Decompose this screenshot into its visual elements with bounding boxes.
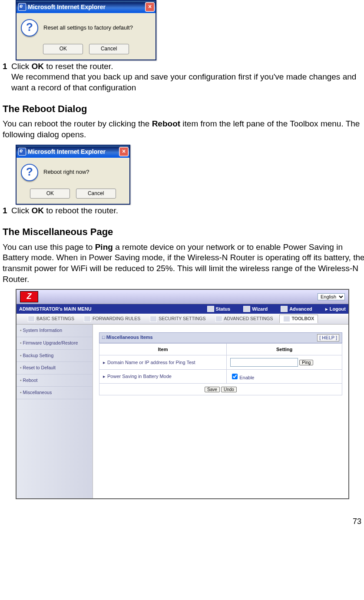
router-tabbar: BASIC SETTINGS FORWARDING RULES SECURITY… xyxy=(17,314,348,325)
misc-table: Item Setting ▸Domain Name or IP address … xyxy=(99,343,342,396)
dialog-buttons: OK Cancel xyxy=(17,40,156,60)
reboot-heading: The Reboot Dialog xyxy=(3,103,364,116)
nav-advanced[interactable]: Advanced xyxy=(281,306,312,312)
sidebar-item-firmware[interactable]: Firmware Upgrade/Restore xyxy=(17,337,93,350)
router-main: System Information Firmware Upgrade/Rest… xyxy=(17,325,348,498)
nav-wizard[interactable]: Wizard xyxy=(243,306,268,312)
advanced-settings-icon xyxy=(215,316,222,322)
tab-forwarding[interactable]: FORWARDING RULES xyxy=(80,315,144,323)
forwarding-icon xyxy=(84,316,91,322)
step-number: 1 xyxy=(3,61,11,93)
page-number: 73 xyxy=(3,517,364,527)
row-ping-setting: Ping xyxy=(227,355,342,369)
admin-menu-title: ADMINISTRATOR's MAIN MENU xyxy=(19,306,194,312)
ping-input[interactable] xyxy=(230,358,298,367)
security-icon xyxy=(150,316,157,322)
step-1: 1 Click OK to reset the router. We recom… xyxy=(3,61,364,93)
router-sidebar: System Information Firmware Upgrade/Rest… xyxy=(17,325,93,498)
enable-checkbox[interactable] xyxy=(232,374,238,379)
tab-security[interactable]: SECURITY SETTINGS xyxy=(146,315,209,323)
ok-button[interactable]: OK xyxy=(43,44,83,54)
col-setting: Setting xyxy=(227,343,342,355)
ok-button[interactable]: OK xyxy=(30,189,70,199)
nav-logout[interactable]: ▸ Logout xyxy=(325,306,346,312)
step-number: 1 xyxy=(3,206,11,216)
step-text: Click OK to reboot the router. xyxy=(11,206,364,216)
save-button[interactable]: Save xyxy=(205,387,220,392)
nav-status[interactable]: Status xyxy=(207,306,231,312)
step-2: 1 Click OK to reboot the router. xyxy=(3,206,364,216)
reset-dialog: Microsoft Internet Explorer × ? Reset al… xyxy=(16,0,156,60)
ping-button[interactable]: Ping xyxy=(299,360,313,365)
sidebar-item-reboot[interactable]: Reboot xyxy=(17,375,93,387)
save-row: Save Undo xyxy=(99,384,342,395)
dialog-titlebar: Microsoft Internet Explorer × xyxy=(17,146,129,158)
router-admin-screenshot: Z English ADMINISTRATOR's MAIN MENU Stat… xyxy=(16,289,349,499)
misc-heading: The Miscellaneous Page xyxy=(3,226,364,239)
row-ping-label: ▸Domain Name or IP address for Ping Test xyxy=(99,355,227,369)
close-icon[interactable]: × xyxy=(119,147,129,156)
tab-advanced-settings[interactable]: ADVANCED SETTINGS xyxy=(212,315,277,323)
reboot-dialog: Microsoft Internet Explorer × ? Reboot r… xyxy=(16,145,130,205)
question-icon: ? xyxy=(21,164,38,181)
row-power-label: ▸Power Saving in Battery Mode xyxy=(99,369,227,383)
sidebar-item-misc[interactable]: Miscellaneous xyxy=(17,387,93,399)
dialog-message: Reset all settings to factory default? xyxy=(43,24,133,32)
tab-toolbox[interactable]: TOOLBOX xyxy=(279,315,318,323)
question-icon: ? xyxy=(21,19,38,36)
wizard-icon xyxy=(243,306,250,312)
dialog-title: Microsoft Internet Explorer xyxy=(28,3,145,11)
close-icon[interactable]: × xyxy=(145,2,155,12)
help-link[interactable]: [ HELP ] xyxy=(317,334,339,341)
col-item: Item xyxy=(99,343,227,355)
router-content: □ Miscellaneous Items [ HELP ] Item Sett… xyxy=(93,325,348,498)
cancel-button[interactable]: Cancel xyxy=(76,189,116,199)
reboot-paragraph: You can reboot the router by clicking th… xyxy=(3,119,364,140)
panel-title: □ Miscellaneous Items [ HELP ] xyxy=(99,332,342,343)
dialog-body: ? Reboot right now? xyxy=(17,158,129,185)
step-text: Click OK to reset the router. We recomme… xyxy=(11,61,364,93)
ie-icon xyxy=(18,148,26,156)
dialog-titlebar: Microsoft Internet Explorer × xyxy=(17,1,156,13)
sidebar-item-backup[interactable]: Backup Setting xyxy=(17,350,93,362)
toolbox-icon xyxy=(283,316,290,322)
ie-icon xyxy=(18,3,26,11)
row-power-setting: Enable xyxy=(227,369,342,383)
zoom-logo: Z xyxy=(20,291,38,302)
router-topbar: Z English xyxy=(17,290,348,304)
dialog-message: Reboot right now? xyxy=(43,169,89,176)
misc-paragraph: You can use this page to Ping a remote d… xyxy=(3,242,364,285)
tab-basic[interactable]: BASIC SETTINGS xyxy=(24,315,78,323)
status-icon xyxy=(207,306,214,312)
undo-button[interactable]: Undo xyxy=(221,387,237,392)
language-select[interactable]: English xyxy=(318,293,345,300)
sidebar-item-reset[interactable]: Reset to Default xyxy=(17,362,93,375)
dialog-buttons: OK Cancel xyxy=(17,185,129,204)
cancel-button[interactable]: Cancel xyxy=(89,44,129,54)
router-navbar: ADMINISTRATOR's MAIN MENU Status Wizard … xyxy=(17,304,348,314)
advanced-icon xyxy=(281,306,288,312)
dialog-body: ? Reset all settings to factory default? xyxy=(17,13,156,40)
sidebar-item-sysinfo[interactable]: System Information xyxy=(17,325,93,337)
basic-icon xyxy=(28,316,35,322)
dialog-title: Microsoft Internet Explorer xyxy=(28,148,119,156)
